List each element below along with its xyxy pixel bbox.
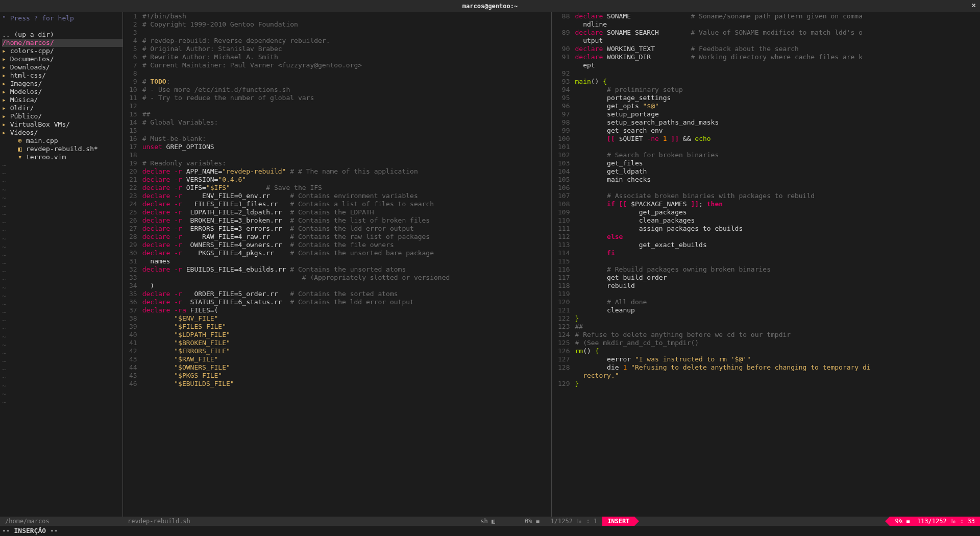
code-line[interactable]: clean_packages bbox=[575, 216, 980, 225]
tree-dir[interactable]: ▸ Oldir/ bbox=[2, 104, 122, 112]
code-line[interactable] bbox=[142, 29, 551, 37]
code-line[interactable]: assign_packages_to_ebuilds bbox=[575, 225, 980, 233]
tree-dir[interactable]: ▸ Música/ bbox=[2, 96, 122, 104]
code-line[interactable]: # TODO: bbox=[142, 78, 551, 86]
code-line[interactable]: declare SONAME_SEARCH # Value of SONAME … bbox=[575, 29, 980, 37]
code-line[interactable]: # Rebuild packages owning broken binarie… bbox=[575, 265, 980, 274]
code-line[interactable]: declare -r ERRORS_FILE=3_errors.rr # Con… bbox=[142, 225, 551, 233]
code-line[interactable]: declare WORKING_TEXT # Feedback about th… bbox=[575, 45, 980, 53]
code-line[interactable]: declare -r OWNERS_FILE=4_owners.rr # Con… bbox=[142, 241, 551, 249]
code-line[interactable]: } bbox=[575, 380, 980, 388]
code-line[interactable]: # - Use more /etc/init.d/functions.sh bbox=[142, 86, 551, 94]
right-code[interactable]: declare SONAME # Soname/soname path patt… bbox=[575, 12, 980, 526]
tree-dir[interactable]: ▸ Downloads/ bbox=[2, 63, 122, 71]
code-line[interactable]: declare -r ORDER_FILE=5_order.rr # Conta… bbox=[142, 290, 551, 298]
code-line[interactable]: #!/bin/bash bbox=[142, 12, 551, 20]
tree-dir[interactable]: ▸ html-css/ bbox=[2, 71, 122, 80]
code-line[interactable]: # revdep-rebuild: Reverse dependency reb… bbox=[142, 37, 551, 45]
code-line[interactable] bbox=[575, 184, 980, 192]
tree-dir[interactable]: ▸ Imagens/ bbox=[2, 80, 122, 88]
tree-dir[interactable]: ▸ VirtualBox VMs/ bbox=[2, 120, 122, 129]
code-line[interactable]: "$EBUILDS_FILE" bbox=[142, 380, 551, 388]
code-line[interactable]: "$ENV_FILE" bbox=[142, 314, 551, 323]
code-line[interactable]: declare -r VERSION="0.4.6" bbox=[142, 176, 551, 184]
tree-dir[interactable]: ▸ Público/ bbox=[2, 112, 122, 120]
code-line[interactable]: # Readonly variables: bbox=[142, 159, 551, 167]
code-line[interactable]: get_ldpath bbox=[575, 167, 980, 176]
code-line[interactable] bbox=[142, 151, 551, 159]
left-editor-pane[interactable]: 1234567891011121314151617181920212223242… bbox=[122, 12, 551, 526]
code-line[interactable]: # Global Variables: bbox=[142, 118, 551, 127]
code-line[interactable]: "$RAW_FILE" bbox=[142, 355, 551, 363]
code-line[interactable] bbox=[575, 69, 980, 78]
code-line[interactable]: # Original Author: Stanislav Brabec bbox=[142, 45, 551, 53]
tree-file[interactable]: ⊕ main.cpp bbox=[2, 137, 122, 145]
code-line[interactable]: # preliminary setup bbox=[575, 86, 980, 94]
code-line[interactable]: # Refuse to delete anything before we cd… bbox=[575, 331, 980, 339]
code-line[interactable] bbox=[142, 69, 551, 78]
code-line[interactable]: eerror "I was instructed to rm '$@'" bbox=[575, 355, 980, 363]
left-code[interactable]: #!/bin/bash# Copyright 1999-2010 Gentoo … bbox=[142, 12, 551, 526]
code-line[interactable]: die 1 "Refusing to delete anything befor… bbox=[575, 363, 980, 372]
code-line[interactable]: # All done bbox=[575, 298, 980, 306]
tree-file[interactable]: ▾ terroo.vim bbox=[2, 153, 122, 161]
code-line[interactable]: fi bbox=[575, 249, 980, 257]
code-line[interactable]: # - Try to reduce the number of global v… bbox=[142, 94, 551, 102]
code-line[interactable]: # Current Maintainer: Paul Varner <fuzzy… bbox=[142, 61, 551, 69]
code-line[interactable]: unset GREP_OPTIONS bbox=[142, 143, 551, 151]
file-tree[interactable]: " Press ? for help .. (up a dir)/home/ma… bbox=[0, 12, 122, 526]
code-line[interactable]: ndline bbox=[575, 20, 980, 29]
code-line[interactable]: declare -r BROKEN_FILE=3_broken.rr # Con… bbox=[142, 216, 551, 225]
code-line[interactable]: declare WORKING_DIR # Working directory … bbox=[575, 53, 980, 61]
code-line[interactable]: get_opts "$@" bbox=[575, 102, 980, 110]
code-line[interactable]: utput bbox=[575, 37, 980, 45]
current-dir[interactable]: /home/marcos/ bbox=[2, 39, 122, 47]
code-line[interactable]: main() { bbox=[575, 78, 980, 86]
code-line[interactable]: main_checks bbox=[575, 176, 980, 184]
code-line[interactable]: "$ERRORS_FILE" bbox=[142, 347, 551, 355]
code-line[interactable]: setup_portage bbox=[575, 110, 980, 118]
tree-dir[interactable]: ▸ Vídeos/ bbox=[2, 129, 122, 137]
code-line[interactable]: get_exact_ebuilds bbox=[575, 241, 980, 249]
code-line[interactable]: # (See mkdir_and_cd_to_tmpdir() bbox=[575, 339, 980, 347]
code-line[interactable]: portage_settings bbox=[575, 94, 980, 102]
code-line[interactable]: # Must-be-blank: bbox=[142, 135, 551, 143]
code-line[interactable]: names bbox=[142, 257, 551, 265]
code-line[interactable]: declare SONAME # Soname/soname path patt… bbox=[575, 12, 980, 20]
code-line[interactable]: get_build_order bbox=[575, 274, 980, 282]
code-line[interactable]: # (Appropriately slotted or versioned bbox=[142, 274, 551, 282]
code-line[interactable]: "$LDPATH_FILE" bbox=[142, 331, 551, 339]
tree-file[interactable]: ◧ revdep-rebuild.sh* bbox=[2, 145, 122, 153]
code-line[interactable]: # Rewrite Author: Michael A. Smith bbox=[142, 53, 551, 61]
code-line[interactable]: declare -r FILES_FILE=1_files.rr # Conta… bbox=[142, 200, 551, 208]
code-line[interactable]: declare -r RAW_FILE=4_raw.rr # Contains … bbox=[142, 233, 551, 241]
code-line[interactable]: if [[ $PACKAGE_NAMES ]]; then bbox=[575, 200, 980, 208]
code-line[interactable]: "$FILES_FILE" bbox=[142, 323, 551, 331]
code-line[interactable]: "$BROKEN_FILE" bbox=[142, 339, 551, 347]
code-line[interactable]: get_search_env bbox=[575, 127, 980, 135]
code-line[interactable]: [[ $QUIET -ne 1 ]] && echo bbox=[575, 135, 980, 143]
code-line[interactable]: declare -r APP_NAME="revdep-rebuild" # #… bbox=[142, 167, 551, 176]
code-line[interactable]: "$PKGS_FILE" bbox=[142, 372, 551, 380]
code-line[interactable]: declare -r LDPATH_FILE=2_ldpath.rr # Con… bbox=[142, 208, 551, 216]
code-line[interactable]: declare -r PKGS_FILE=4_pkgs.rr # Contain… bbox=[142, 249, 551, 257]
code-line[interactable]: rebuild bbox=[575, 282, 980, 290]
code-line[interactable] bbox=[575, 143, 980, 151]
code-line[interactable]: rectory." bbox=[575, 372, 980, 380]
code-line[interactable]: declare -r STATUS_FILE=6_status.rr # Con… bbox=[142, 298, 551, 306]
code-line[interactable]: # Associate broken binaries with package… bbox=[575, 192, 980, 200]
tree-dir[interactable]: ▸ Documentos/ bbox=[2, 55, 122, 63]
code-line[interactable]: setup_search_paths_and_masks bbox=[575, 118, 980, 127]
code-line[interactable]: ept bbox=[575, 61, 980, 69]
code-line[interactable]: ## bbox=[575, 323, 980, 331]
code-line[interactable]: "$OWNERS_FILE" bbox=[142, 363, 551, 372]
code-line[interactable]: cleanup bbox=[575, 306, 980, 314]
tree-dir[interactable]: ▸ Modelos/ bbox=[2, 88, 122, 96]
code-line[interactable]: # Search for broken binaries bbox=[575, 151, 980, 159]
code-line[interactable]: get_packages bbox=[575, 208, 980, 216]
close-icon[interactable]: × bbox=[972, 1, 976, 9]
code-line[interactable]: get_files bbox=[575, 159, 980, 167]
code-line[interactable]: declare -ra FILES=( bbox=[142, 306, 551, 314]
code-line[interactable]: # Copyright 1999-2010 Gentoo Foundation bbox=[142, 20, 551, 29]
code-line[interactable]: rm() { bbox=[575, 347, 980, 355]
